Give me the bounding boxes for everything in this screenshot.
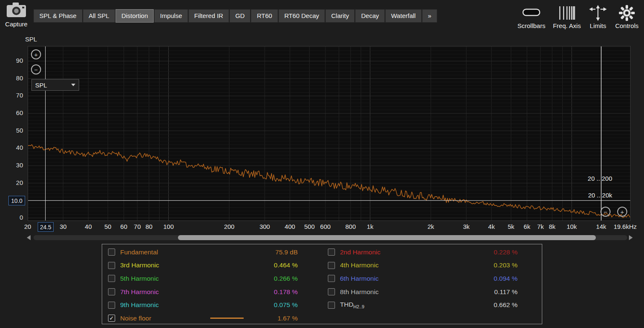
tab-distortion[interactable]: Distortion xyxy=(116,9,154,23)
rew-window: Capture SPL & PhaseAll SPLDistortionImpu… xyxy=(0,0,644,328)
distortion-legend-panel: Fundamental75.9 dB3rd Harmonic0.464 %5th… xyxy=(102,244,542,324)
x-tick-60: 60 xyxy=(120,223,127,230)
legend-label-thd: THDH2..9 xyxy=(340,301,426,309)
legend-checkbox-3rd-harmonic[interactable] xyxy=(108,262,115,269)
zoom-out-x-button[interactable]: − xyxy=(600,207,611,217)
legend-checkbox-6th-harmonic[interactable] xyxy=(328,275,335,282)
y-tick-40: 40 xyxy=(0,144,23,151)
y-tick-60: 60 xyxy=(0,109,23,116)
tab-more[interactable]: » xyxy=(422,9,437,23)
freq-axis-label: Freq. Axis xyxy=(553,22,581,29)
tab-all-spl[interactable]: All SPL xyxy=(83,9,115,23)
legend-checkbox-9th-harmonic[interactable] xyxy=(108,302,115,309)
legend-checkbox-2nd-harmonic[interactable] xyxy=(328,249,335,256)
x-tick-3k: 3k xyxy=(463,223,470,230)
y-tick-90: 90 xyxy=(0,57,23,64)
legend-checkbox-fundamental[interactable] xyxy=(108,249,115,256)
x-tick-2k: 2k xyxy=(428,223,434,230)
x-tick-100: 100 xyxy=(163,223,174,230)
controls-button[interactable]: Controls xyxy=(611,2,642,29)
legend-checkbox-5th-harmonic[interactable] xyxy=(108,275,115,282)
x-tick-8k: 8k xyxy=(549,223,556,230)
y-tick-80: 80 xyxy=(0,74,23,82)
limits-label: Limits xyxy=(590,22,606,29)
tab-clarity[interactable]: Clarity xyxy=(325,9,355,23)
graph-tab-bar: SPL & PhaseAll SPLDistortionImpulseFilte… xyxy=(33,9,438,23)
legend-value-6th-harmonic: 0.094 % xyxy=(494,275,518,282)
noise-floor-trace xyxy=(28,145,631,218)
legend-value-fundamental: 75.9 dB xyxy=(276,249,298,256)
legend-label-6th-harmonic: 6th Harmonic xyxy=(340,275,426,282)
x-tick-7k: 7k xyxy=(537,223,544,230)
tab-decay[interactable]: Decay xyxy=(355,9,385,23)
gear-icon xyxy=(618,4,635,22)
freq-axis-button[interactable]: Freq. Axis xyxy=(549,2,585,29)
legend-label-3rd-harmonic: 3rd Harmonic xyxy=(120,261,206,269)
legend-row-8th-harmonic: 8th Harmonic0.117 % xyxy=(322,285,542,299)
x-range-full-label: 20 .. 20k xyxy=(588,192,612,199)
legend-label-fundamental: Fundamental xyxy=(120,249,206,256)
controls-label: Controls xyxy=(615,22,639,29)
legend-checkbox-thd[interactable] xyxy=(328,302,335,309)
scrollbar-left-arrow[interactable] xyxy=(27,235,31,240)
x-tick-20: 20 xyxy=(24,223,31,230)
zoom-out-y-button[interactable]: − xyxy=(31,64,41,74)
zoom-in-x-button[interactable]: + xyxy=(617,207,627,217)
legend-row-7th-harmonic: 7th Harmonic0.178 % xyxy=(102,285,322,299)
h-scrollbar-track[interactable] xyxy=(33,235,627,240)
scrollbars-button[interactable]: Scrollbars xyxy=(514,2,549,29)
limits-icon xyxy=(588,4,608,22)
legend-row-4th-harmonic: 4th Harmonic0.203 % xyxy=(322,259,542,272)
cursor-y-readout: 10.0 xyxy=(8,196,25,205)
y-axis: 90807060504030200 xyxy=(0,0,24,328)
legend-column-left: Fundamental75.9 dB3rd Harmonic0.464 %5th… xyxy=(102,246,322,325)
legend-checkbox-noise-floor[interactable]: ✓ xyxy=(108,315,115,322)
x-tick-40: 40 xyxy=(85,223,92,230)
legend-value-5th-harmonic: 0.266 % xyxy=(274,275,298,282)
tab-spl-phase[interactable]: SPL & Phase xyxy=(33,9,82,23)
x-tick-800: 800 xyxy=(345,223,356,230)
legend-checkbox-7th-harmonic[interactable] xyxy=(108,288,115,295)
legend-value-noise-floor: 1.67 % xyxy=(278,315,298,322)
legend-column-right: 2nd Harmonic0.228 %4th Harmonic0.203 %6t… xyxy=(322,246,542,325)
x-tick-4k: 4k xyxy=(488,223,495,230)
x-tick-400: 400 xyxy=(285,223,295,230)
tab-rt60[interactable]: RT60 xyxy=(251,9,278,23)
tab-impulse[interactable]: Impulse xyxy=(154,9,188,23)
legend-row-5th-harmonic: 5th Harmonic0.266 % xyxy=(102,272,322,285)
x-tick-30: 30 xyxy=(59,223,67,230)
x-tick-10k: 10k xyxy=(567,223,577,230)
legend-row-3rd-harmonic: 3rd Harmonic0.464 % xyxy=(102,259,322,272)
toolbar-tools: ScrollbarsFreq. AxisLimitsControls xyxy=(514,2,642,29)
distortion-plot[interactable]: + − SPL 20 .. 200 20 .. 20k − + xyxy=(28,46,631,221)
tab-filtered-ir[interactable]: Filtered IR xyxy=(188,9,229,23)
scrollbar-right-arrow[interactable] xyxy=(629,235,633,240)
legend-checkbox-8th-harmonic[interactable] xyxy=(328,288,335,295)
legend-value-4th-harmonic: 0.203 % xyxy=(494,261,518,269)
x-range-zoom-label: 20 .. 200 xyxy=(588,175,612,182)
legend-row-2nd-harmonic: 2nd Harmonic0.228 % xyxy=(322,246,542,259)
tab-rt60-decay[interactable]: RT60 Decay xyxy=(278,9,325,23)
legend-value-thd: 0.662 % xyxy=(494,301,518,309)
legend-checkbox-4th-harmonic[interactable] xyxy=(328,262,335,269)
tab-waterfall[interactable]: Waterfall xyxy=(385,9,422,23)
legend-value-2nd-harmonic: 0.228 % xyxy=(494,249,518,256)
y-tick-70: 70 xyxy=(0,92,23,99)
legend-label-7th-harmonic: 7th Harmonic xyxy=(120,288,206,296)
limits-button[interactable]: Limits xyxy=(585,2,611,29)
x-tick-200: 200 xyxy=(224,223,234,230)
y-tick-30: 30 xyxy=(0,161,23,169)
x-tick-500: 500 xyxy=(304,223,314,230)
zoom-in-y-button[interactable]: + xyxy=(31,49,41,59)
tab-gd[interactable]: GD xyxy=(229,9,251,23)
legend-row-noise-floor: ✓Noise floor1.67 % xyxy=(102,312,322,325)
x-tick-1k: 1k xyxy=(367,223,374,230)
legend-value-8th-harmonic: 0.117 % xyxy=(494,288,518,296)
x-tick-50: 50 xyxy=(104,223,111,230)
h-scrollbar-thumb[interactable] xyxy=(178,235,596,240)
legend-label-noise-floor: Noise floor xyxy=(120,315,206,322)
graph-select-dropdown[interactable]: SPL xyxy=(31,79,79,91)
legend-value-3rd-harmonic: 0.464 % xyxy=(274,261,298,269)
scrollbars-icon xyxy=(522,4,541,22)
x-tick-14k: 14k xyxy=(596,223,606,230)
